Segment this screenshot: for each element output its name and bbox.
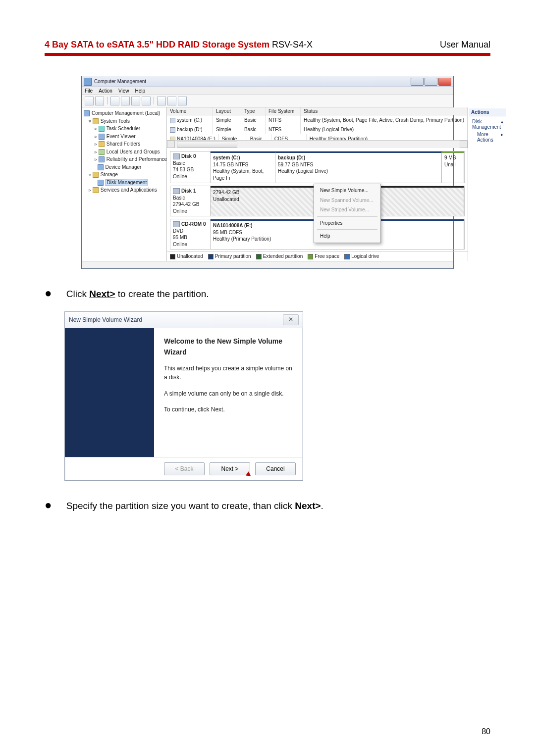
toolbar-help-icon[interactable] — [131, 97, 140, 105]
device-icon — [98, 164, 104, 170]
actions-pane: Actions Disk Management▴ More Actions▸ — [468, 107, 507, 261]
context-menu: New Simple Volume... New Spanned Volume.… — [314, 184, 381, 243]
tree-event-viewer[interactable]: ▹ Event Viewer — [84, 133, 165, 141]
toolbar-icon[interactable] — [121, 97, 130, 105]
tree-shared-folders[interactable]: ▹ Shared Folders — [84, 140, 165, 148]
volume-icon — [170, 118, 175, 123]
cursor-indicator: Next > — [210, 462, 250, 475]
tree-services-apps[interactable]: ▹ Services and Applications — [84, 186, 165, 194]
disk0-info[interactable]: Disk 0 Basic 74.53 GB Online — [170, 151, 211, 183]
storage-icon — [93, 172, 99, 178]
cancel-button[interactable]: Cancel — [255, 462, 296, 475]
toolbar-refresh-icon[interactable] — [157, 97, 166, 105]
folder-icon — [99, 141, 105, 147]
bullet-icon: ● — [45, 498, 64, 511]
disk-icon — [173, 188, 180, 194]
menu-file[interactable]: File — [85, 88, 93, 94]
col-filesystem[interactable]: File System — [266, 107, 301, 115]
scroll-left-icon[interactable] — [167, 141, 175, 148]
wizard-title: New Simple Volume Wizard — [69, 316, 283, 323]
tree-task-scheduler[interactable]: ▹ Task Scheduler — [84, 125, 165, 133]
toolbar-icon[interactable] — [142, 97, 151, 105]
tree-system-tools[interactable]: ▿ System Tools — [84, 117, 165, 125]
minimize-button[interactable] — [411, 78, 424, 86]
legend-logical-icon — [344, 254, 350, 259]
col-layout[interactable]: Layout — [213, 107, 241, 115]
partition-backup-d[interactable]: backup (D:) 59.77 GB NTFS Healthy (Logic… — [275, 151, 442, 183]
doc-header-left: 4 Bay SATA to eSATA 3.5" HDD RAID Storag… — [45, 40, 313, 50]
menu-new-simple-volume[interactable]: New Simple Volume... — [315, 186, 379, 196]
menu-help[interactable]: Help — [315, 231, 379, 241]
disk1-info[interactable]: Disk 1 Basic 2794.42 GB Online — [170, 186, 211, 216]
volume-grid-body: system (C:) Simple Basic NTFS Healthy (S… — [167, 115, 468, 140]
volume-icon — [170, 127, 175, 133]
wizard-titlebar[interactable]: New Simple Volume Wizard ✕ — [65, 312, 303, 328]
disk-graphical-area: Disk 0 Basic 74.53 GB Online system (C:)… — [167, 148, 468, 252]
menu-help[interactable]: Help — [135, 88, 145, 94]
menu-view[interactable]: View — [118, 88, 129, 94]
disk1: Disk 1 Basic 2794.42 GB Online 2794.42 G… — [170, 186, 465, 216]
wizard-paragraph: A simple volume can only be on a single … — [164, 389, 293, 399]
volume-row[interactable]: system (C:) Simple Basic NTFS Healthy (S… — [167, 115, 468, 125]
close-icon: ✕ — [288, 316, 293, 323]
doc-header-right: User Manual — [440, 40, 490, 50]
partition-system-c[interactable]: system (C:) 14.75 GB NTFS Healthy (Syste… — [211, 151, 275, 183]
wizard-close-button[interactable]: ✕ — [283, 314, 299, 325]
disk0: Disk 0 Basic 74.53 GB Online system (C:)… — [170, 151, 465, 183]
toolbar-separator — [107, 97, 107, 104]
actions-more[interactable]: More Actions▸ — [471, 131, 504, 144]
volume-row[interactable]: backup (D:) Simple Basic NTFS Healthy (L… — [167, 125, 468, 134]
app-icon — [84, 78, 92, 86]
wizard-heading: Welcome to the New Simple Volume Wizard — [164, 336, 293, 357]
actions-heading: Actions — [469, 108, 506, 116]
col-status[interactable]: Status — [301, 107, 468, 115]
toolbar-separator — [154, 97, 154, 104]
tree-local-users[interactable]: ▹ Local Users and Groups — [84, 148, 165, 156]
next-button[interactable]: Next > — [210, 462, 250, 475]
tree-reliability[interactable]: ▹ Reliability and Performance — [84, 155, 165, 163]
toolbar-forward-icon[interactable] — [95, 97, 104, 105]
cdrom0-info[interactable]: CD-ROM 0 DVD 95 MB Online — [170, 219, 211, 249]
menu-separator — [317, 216, 377, 217]
cdrom-icon — [173, 221, 180, 227]
menu-new-striped-volume: New Striped Volume... — [315, 205, 379, 215]
partition-unallocated-small[interactable]: 9 MB Unall — [442, 151, 464, 183]
wizard-content: Welcome to the New Simple Volume Wizard … — [154, 328, 303, 457]
maximize-button[interactable] — [425, 78, 437, 86]
window-title: Computer Management — [94, 79, 411, 84]
folder-icon — [93, 118, 99, 124]
wizard-side-banner — [65, 328, 154, 457]
instruction-bullet-2: ● Specify the partition size you want to… — [45, 496, 490, 514]
window-titlebar[interactable]: Computer Management — [82, 76, 453, 87]
scroll-right-icon[interactable] — [460, 141, 468, 148]
partition-unallocated[interactable]: 2794.42 GB Unallocated New Simple Volume… — [211, 186, 464, 216]
col-volume[interactable]: Volume — [167, 107, 213, 115]
toolbar-icon[interactable] — [110, 97, 119, 105]
new-simple-volume-wizard: New Simple Volume Wizard ✕ Welcome to th… — [64, 311, 303, 481]
legend: Unallocated Primary partition Extended p… — [167, 252, 468, 261]
page-number: 80 — [482, 727, 490, 736]
menu-properties[interactable]: Properties — [315, 218, 379, 228]
nav-tree: Computer Management (Local) ▿ System Too… — [82, 107, 167, 261]
toolbar-back-icon[interactable] — [85, 97, 94, 105]
col-type[interactable]: Type — [241, 107, 266, 115]
next-link-text: Next> — [89, 289, 115, 299]
legend-primary-icon — [208, 254, 214, 259]
legend-freespace-icon — [308, 254, 313, 259]
toolbar-icon[interactable] — [167, 97, 176, 105]
services-icon — [93, 187, 99, 193]
scroll-thumb[interactable] — [177, 142, 237, 148]
tree-storage[interactable]: ▿ Storage — [84, 171, 165, 179]
volume-row[interactable]: NA1014008A (E:) Simple Basic CDFS Health… — [167, 134, 468, 140]
menu-bar: File Action View Help — [82, 87, 453, 95]
actions-disk-management[interactable]: Disk Management▴ — [471, 118, 504, 131]
horizontal-scrollbar[interactable] — [167, 140, 468, 148]
tree-disk-management[interactable]: Disk Management — [84, 179, 165, 187]
tree-device-manager[interactable]: Device Manager — [84, 163, 165, 171]
tree-root[interactable]: Computer Management (Local) — [84, 109, 165, 117]
next-bold-text: Next> — [295, 501, 321, 511]
computer-management-window: Computer Management File Action View Hel… — [81, 76, 454, 269]
menu-action[interactable]: Action — [99, 88, 112, 94]
close-button[interactable] — [438, 78, 451, 86]
toolbar-icon[interactable] — [178, 97, 187, 105]
